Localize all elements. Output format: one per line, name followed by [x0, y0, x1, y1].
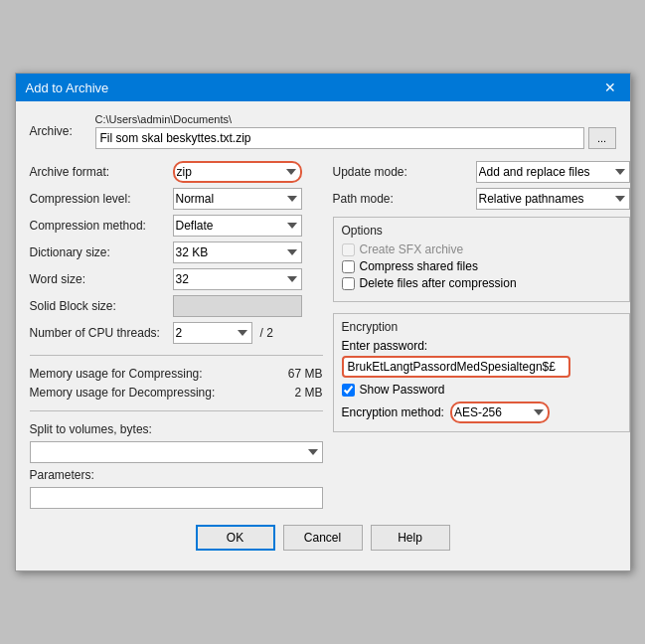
show-password-checkbox[interactable] — [342, 384, 355, 397]
compression-level-select[interactable]: Normal Store Fastest Fast Maximum Ultra — [173, 188, 302, 210]
solid-block-row: Solid Block size: — [30, 295, 323, 317]
compression-level-label: Compression level: — [30, 192, 169, 206]
show-password-row: Show Password — [342, 383, 621, 397]
cpu-threads-row: Number of CPU threads: 2 1 4 / 2 — [30, 322, 323, 344]
params-input[interactable] — [30, 487, 323, 509]
split-select[interactable] — [30, 441, 323, 463]
word-size-label: Word size: — [30, 272, 169, 286]
solid-block-label: Solid Block size: — [30, 299, 169, 313]
password-label-row: Enter password: — [342, 339, 621, 353]
browse-button[interactable]: ... — [588, 127, 616, 149]
archive-format-row: Archive format: zip 7z tar gz — [30, 161, 323, 183]
archive-path-row: ... — [95, 127, 616, 149]
memory-compress-row: Memory usage for Compressing: 67 MB — [30, 367, 323, 381]
params-row: Parameters: — [30, 468, 323, 509]
update-mode-select[interactable]: Add and replace files Update and add fil… — [476, 161, 630, 183]
compression-method-select[interactable]: Deflate LZMA BZip2 — [173, 215, 302, 237]
help-button[interactable]: Help — [371, 525, 450, 551]
encryption-title: Encryption — [342, 320, 621, 334]
dialog-title: Add to Archive — [26, 80, 109, 95]
title-bar: Add to Archive ✕ — [16, 74, 630, 101]
left-panel: Archive format: zip 7z tar gz Compressio… — [30, 161, 323, 509]
main-content: Archive format: zip 7z tar gz Compressio… — [30, 161, 616, 509]
split-label: Split to volumes, bytes: — [30, 422, 323, 436]
memory-decompress-value: 2 MB — [294, 386, 322, 400]
compress-shared-checkbox[interactable] — [342, 260, 355, 273]
update-mode-row: Update mode: Add and replace files Updat… — [333, 161, 630, 183]
delete-files-row: Delete files after compression — [342, 276, 621, 290]
sfx-checkbox[interactable] — [342, 243, 355, 256]
archive-label: Archive: — [30, 124, 89, 138]
split-row: Split to volumes, bytes: — [30, 422, 323, 463]
sfx-label: Create SFX archive — [360, 242, 464, 256]
compress-shared-row: Compress shared files — [342, 259, 621, 273]
memory-compress-label: Memory usage for Compressing: — [30, 367, 284, 381]
path-mode-row: Path mode: Relative pathnames No pathnam… — [333, 188, 630, 210]
archive-format-label: Archive format: — [30, 165, 169, 179]
compression-method-label: Compression method: — [30, 219, 169, 233]
memory-decompress-label: Memory usage for Decompressing: — [30, 386, 291, 400]
enc-method-row: Encryption method: AES-256 ZipCrypto — [342, 402, 621, 423]
archive-path-text: C:\Users\admin\Documents\ — [95, 113, 616, 125]
word-size-select[interactable]: 32 16 64 — [173, 268, 302, 290]
password-input[interactable] — [342, 356, 570, 378]
dictionary-size-row: Dictionary size: 32 KB 16 KB 64 KB — [30, 242, 323, 263]
dialog-body: Archive: C:\Users\admin\Documents\ ... A… — [16, 101, 630, 570]
close-button[interactable]: ✕ — [600, 80, 620, 95]
compress-shared-label: Compress shared files — [360, 259, 478, 273]
word-size-row: Word size: 32 16 64 — [30, 268, 323, 290]
delete-files-label: Delete files after compression — [360, 276, 517, 290]
dictionary-size-select[interactable]: 32 KB 16 KB 64 KB — [173, 242, 302, 263]
divider1 — [30, 355, 323, 356]
enc-method-select[interactable]: AES-256 ZipCrypto — [450, 402, 550, 423]
button-row: OK Cancel Help — [30, 525, 616, 561]
ok-button[interactable]: OK — [196, 525, 275, 551]
archive-path-block: C:\Users\admin\Documents\ ... — [95, 113, 616, 149]
cpu-threads-label: Number of CPU threads: — [30, 326, 169, 340]
path-mode-select[interactable]: Relative pathnames No pathnames Full pat… — [476, 188, 630, 210]
options-title: Options — [342, 224, 621, 238]
cpu-threads-max: / 2 — [260, 326, 273, 340]
archive-format-select[interactable]: zip 7z tar gz — [173, 161, 302, 183]
cpu-threads-select[interactable]: 2 1 4 — [173, 322, 252, 344]
archive-row: Archive: C:\Users\admin\Documents\ ... — [30, 113, 616, 149]
memory-compress-value: 67 MB — [288, 367, 323, 381]
params-label: Parameters: — [30, 468, 323, 482]
cancel-button[interactable]: Cancel — [283, 525, 363, 551]
path-mode-label: Path mode: — [333, 192, 472, 206]
archive-path-input[interactable] — [95, 127, 584, 149]
compression-method-row: Compression method: Deflate LZMA BZip2 — [30, 215, 323, 237]
sfx-row: Create SFX archive — [342, 242, 621, 256]
show-password-label: Show Password — [360, 383, 445, 397]
divider2 — [30, 410, 323, 411]
delete-files-checkbox[interactable] — [342, 277, 355, 290]
dictionary-size-label: Dictionary size: — [30, 245, 169, 259]
memory-decompress-row: Memory usage for Decompressing: 2 MB — [30, 386, 323, 400]
compression-level-row: Compression level: Normal Store Fastest … — [30, 188, 323, 210]
solid-block-input — [173, 295, 302, 317]
update-mode-label: Update mode: — [333, 165, 472, 179]
encryption-group: Encryption Enter password: Show Password… — [333, 313, 630, 432]
add-to-archive-dialog: Add to Archive ✕ Archive: C:\Users\admin… — [15, 73, 631, 571]
enc-method-label: Encryption method: — [342, 405, 444, 419]
options-group: Options Create SFX archive Compress shar… — [333, 217, 630, 302]
password-label: Enter password: — [342, 339, 428, 353]
right-panel: Update mode: Add and replace files Updat… — [333, 161, 630, 509]
